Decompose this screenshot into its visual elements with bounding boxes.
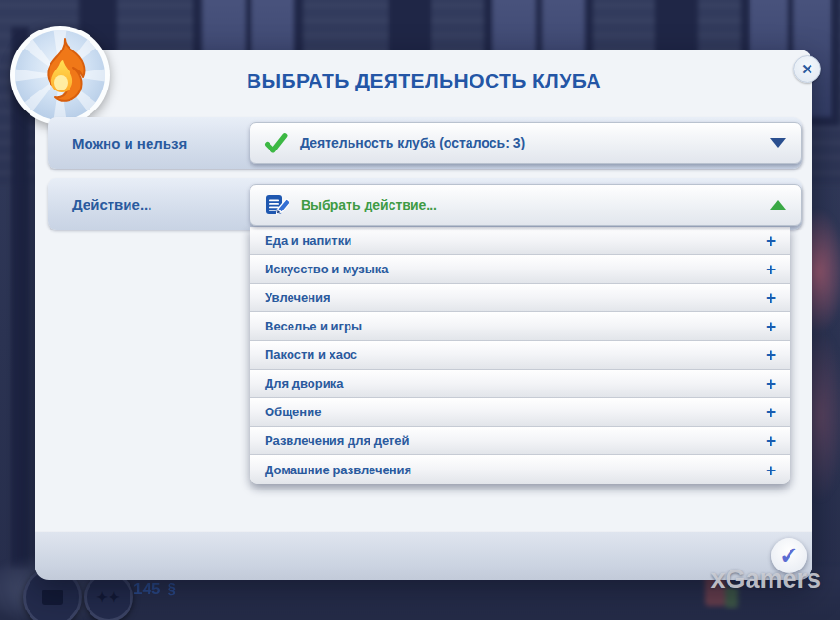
watermark: xGamers [710, 565, 821, 594]
category-label: Веселье и игры [265, 319, 362, 333]
list-pencil-icon [264, 192, 289, 217]
add-category-button[interactable]: + [766, 431, 776, 450]
game-screen: ✦✦ 145 § [0, 0, 840, 620]
activity-category-row[interactable]: Общение + [250, 398, 790, 427]
activity-category-row[interactable]: Искусство и музыка + [250, 255, 790, 284]
action-dropdown-placeholder: Выбрать действие... [301, 197, 437, 212]
activity-category-list: Еда и напитки + Искусство и музыка + Увл… [250, 227, 790, 484]
club-activity-dialog: ВЫБРАТЬ ДЕЯТЕЛЬНОСТЬ КЛУБА ✕ Можно и нел… [35, 50, 812, 579]
activity-category-row[interactable]: Увлечения + [250, 284, 790, 312]
club-flag-icon [42, 590, 63, 605]
dialog-title: ВЫБРАТЬ ДЕЯТЕЛЬНОСТЬ КЛУБА [35, 70, 812, 92]
dialog-footer [35, 531, 812, 580]
chevron-up-icon [770, 200, 786, 210]
activity-category-row[interactable]: Домашние развлечения + [250, 455, 790, 484]
add-category-button[interactable]: + [766, 289, 776, 307]
category-label: Развлечения для детей [265, 433, 410, 448]
rules-dropdown[interactable]: Деятельность клуба (осталось: 3) [250, 122, 802, 164]
club-points-value: 145 [133, 580, 160, 599]
check-icon [264, 131, 288, 155]
activity-category-row[interactable]: Для дворика + [250, 370, 790, 398]
category-label: Общение [265, 405, 321, 419]
rules-dropdown-value: Деятельность клуба (осталось: 3) [300, 135, 525, 150]
action-row-label: Действие... [72, 196, 151, 212]
activity-category-row[interactable]: Пакости и хаос + [250, 341, 790, 370]
add-category-button[interactable]: + [766, 260, 776, 278]
category-label: Пакости и хаос [265, 348, 357, 362]
category-label: Увлечения [265, 290, 330, 305]
rules-row-label: Можно и нельзя [72, 135, 187, 151]
activity-category-row[interactable]: Еда и напитки + [250, 227, 790, 255]
simoleon-icon: § [167, 580, 175, 599]
add-category-button[interactable]: + [766, 374, 776, 392]
activity-category-row[interactable]: Развлечения для детей + [250, 427, 790, 455]
category-label: Домашние развлечения [265, 463, 411, 477]
add-category-button[interactable]: + [766, 461, 776, 479]
add-category-button[interactable]: + [766, 317, 776, 335]
activity-category-row[interactable]: Веселье и игры + [250, 312, 790, 341]
add-category-button[interactable]: + [766, 231, 776, 250]
category-label: Искусство и музыка [265, 262, 389, 276]
add-category-button[interactable]: + [766, 346, 776, 364]
chevron-down-icon [770, 138, 786, 148]
category-label: Для дворика [265, 376, 343, 390]
category-label: Еда и напитки [265, 233, 351, 248]
close-button[interactable]: ✕ [793, 55, 821, 83]
action-dropdown-header[interactable]: Выбрать действие... [250, 184, 802, 226]
club-points: 145 § [133, 580, 176, 599]
stars-icon: ✦✦ [96, 590, 120, 605]
add-category-button[interactable]: + [766, 403, 776, 421]
